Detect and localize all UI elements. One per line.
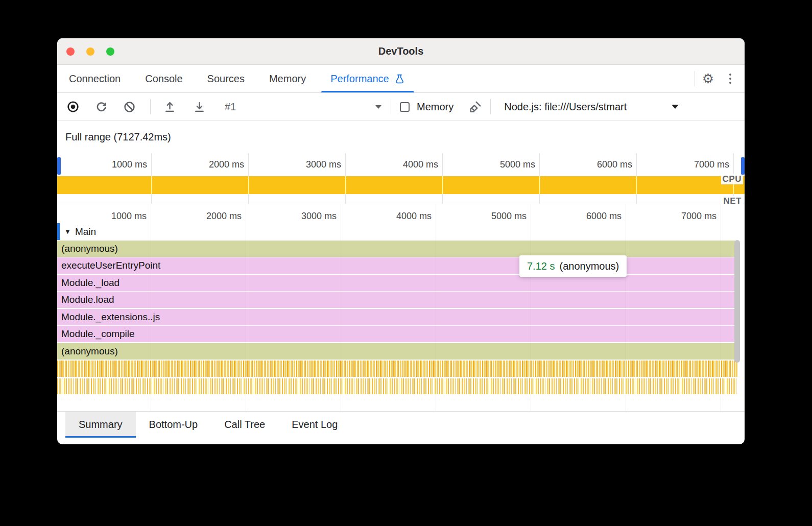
collapse-triangle-icon: ▼: [64, 228, 71, 235]
flame-tick-label: 1000 ms: [90, 208, 147, 224]
frame-label: (anonymous): [61, 346, 118, 357]
cpu-strip-label: CPU: [721, 174, 743, 184]
main-track-label: Main: [75, 226, 96, 237]
full-range-label: Full range (7127.42ms): [57, 121, 745, 153]
minimize-button[interactable]: [86, 47, 94, 56]
frame-label: executeUserEntryPoint: [61, 260, 160, 271]
main-track-accent: [57, 223, 60, 240]
flame-frame-row[interactable]: Module._load: [57, 275, 737, 292]
overview-gridline: [636, 153, 637, 204]
frame-label: (anonymous): [61, 243, 118, 254]
tab-call-tree[interactable]: Call Tree: [211, 412, 278, 438]
tab-summary[interactable]: Summary: [65, 412, 136, 438]
profile-select[interactable]: #1: [218, 101, 387, 113]
tab-console[interactable]: Console: [133, 65, 195, 92]
main-tab-bar: Connection Console Sources Memory Perfor…: [57, 65, 745, 93]
overview-tick-label: 5000 ms: [479, 153, 535, 176]
profile-select-value: #1: [225, 101, 236, 113]
memory-checkbox-label[interactable]: Memory: [417, 101, 453, 113]
tabbar-right-controls: ⚙: [695, 65, 745, 92]
close-button[interactable]: [66, 47, 75, 56]
range-handle-right[interactable]: [741, 157, 745, 175]
chevron-down-icon: [672, 105, 679, 109]
flame-tick-label: 2000 ms: [185, 208, 242, 224]
devtools-window: DevTools Connection Console Sources Memo…: [57, 38, 745, 444]
tab-connection[interactable]: Connection: [57, 65, 133, 92]
flame-minor-frames-band[interactable]: [57, 378, 737, 394]
flame-frame-row[interactable]: (anonymous): [57, 343, 737, 360]
more-options-kebab-icon[interactable]: [721, 74, 739, 84]
tooltip-label: (anonymous): [559, 260, 619, 272]
tab-bottom-up[interactable]: Bottom-Up: [136, 412, 211, 438]
save-profile-icon[interactable]: [193, 100, 206, 113]
flame-tick-label: 5000 ms: [470, 208, 527, 224]
overview-gridline: [248, 153, 249, 204]
frame-label: Module._compile: [61, 328, 135, 340]
flame-frame-row[interactable]: Module._extensions..js: [57, 309, 737, 326]
frame-label: Module._load: [61, 277, 120, 289]
overview-gridline: [442, 153, 443, 204]
overview-tick-label: 4000 ms: [382, 153, 438, 176]
frame-label: Module._extensions..js: [61, 312, 160, 323]
flame-tick-label: 4000 ms: [375, 208, 432, 224]
tab-event-log[interactable]: Event Log: [278, 412, 351, 438]
flame-tick-label: 3000 ms: [280, 208, 337, 224]
toolbar-divider: [150, 99, 151, 114]
cpu-activity-band[interactable]: [57, 176, 745, 194]
timeline-overview[interactable]: 1000 ms 2000 ms 3000 ms 4000 ms 5000 ms …: [57, 153, 745, 204]
tooltip-duration: 7.12 s: [527, 260, 555, 272]
chevron-down-icon: [375, 105, 381, 109]
flame-tick-label: 6000 ms: [565, 208, 622, 224]
titlebar: DevTools: [57, 38, 745, 65]
vertical-scrollbar-thumb[interactable]: [734, 240, 740, 363]
performance-toolbar: #1 Memory Node.js: file:///Users/stmart: [57, 93, 745, 121]
net-strip-label: NET: [722, 196, 744, 206]
memory-checkbox[interactable]: [400, 102, 410, 112]
flame-frame-row[interactable]: Module.load: [57, 292, 737, 308]
window-title: DevTools: [378, 45, 424, 57]
record-button[interactable]: [66, 100, 80, 113]
frame-tooltip: 7.12 s (anonymous): [519, 255, 627, 277]
range-handle-left[interactable]: [57, 157, 61, 175]
tab-performance-label: Performance: [330, 73, 389, 85]
target-select[interactable]: Node.js: file:///Users/stmart: [504, 101, 679, 113]
toolbar-divider: [391, 99, 391, 114]
overview-gridline: [151, 153, 152, 204]
overview-gridline: [539, 153, 540, 204]
flame-minor-frames-band[interactable]: [57, 361, 737, 377]
toolbar-divider: [490, 99, 491, 114]
overview-tick-label: 7000 ms: [673, 153, 729, 176]
main-track-header[interactable]: ▼ Main: [57, 223, 96, 240]
overview-tick-label: 6000 ms: [576, 153, 632, 176]
tab-memory[interactable]: Memory: [257, 65, 318, 92]
reload-and-record-icon[interactable]: [94, 100, 108, 113]
overview-tick-label: 1000 ms: [91, 153, 147, 176]
flame-frame-row[interactable]: executeUserEntryPoint: [57, 257, 737, 274]
flame-tick-label: 7000 ms: [660, 208, 717, 224]
tab-performance[interactable]: Performance: [318, 65, 417, 92]
maximize-button[interactable]: [106, 47, 114, 56]
tab-sources[interactable]: Sources: [195, 65, 257, 92]
traffic-lights: [66, 38, 114, 64]
target-select-value: Node.js: file:///Users/stmart: [504, 101, 627, 113]
clear-block-icon[interactable]: [123, 100, 136, 113]
experiment-flask-icon: [394, 74, 405, 84]
flame-frame-row[interactable]: (anonymous): [57, 241, 737, 257]
flame-frame-row[interactable]: Module._compile: [57, 326, 737, 343]
frame-label: Module.load: [61, 294, 114, 305]
overview-gridline: [345, 153, 346, 204]
detail-tab-bar: Summary Bottom-Up Call Tree Event Log: [57, 411, 745, 438]
overview-tick-label: 3000 ms: [285, 153, 341, 176]
flame-chart[interactable]: 1000 ms 2000 ms 3000 ms 4000 ms 5000 ms …: [57, 204, 745, 411]
overview-tick-label: 2000 ms: [188, 153, 244, 176]
settings-gear-icon[interactable]: ⚙: [695, 72, 721, 85]
load-profile-icon[interactable]: [163, 100, 176, 113]
garbage-collect-broom-icon[interactable]: [469, 100, 482, 113]
